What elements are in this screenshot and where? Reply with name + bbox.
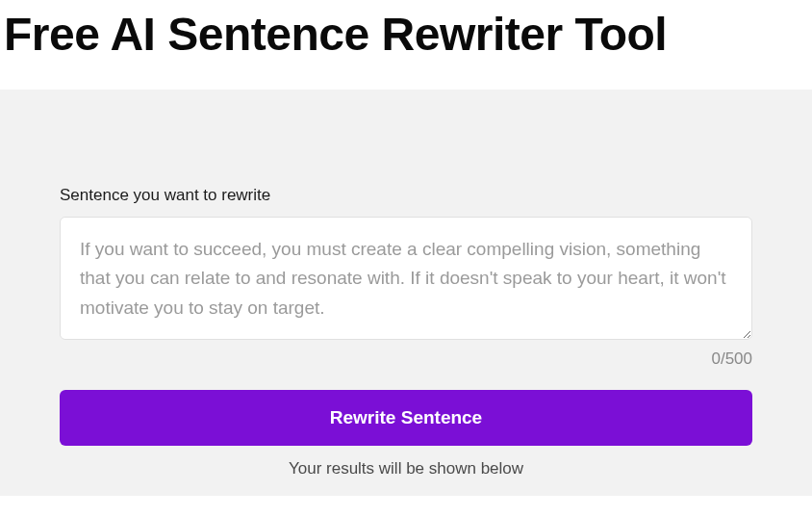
- textarea-wrap: [60, 217, 752, 344]
- rewrite-input[interactable]: [60, 217, 752, 340]
- char-counter: 0/500: [60, 349, 752, 369]
- textarea-label: Sentence you want to rewrite: [60, 186, 752, 205]
- rewrite-button[interactable]: Rewrite Sentence: [60, 390, 752, 446]
- results-hint: Your results will be shown below: [60, 459, 752, 478]
- page-title: Free AI Sentence Rewriter Tool: [0, 0, 812, 90]
- tool-panel: Sentence you want to rewrite 0/500 Rewri…: [0, 90, 812, 496]
